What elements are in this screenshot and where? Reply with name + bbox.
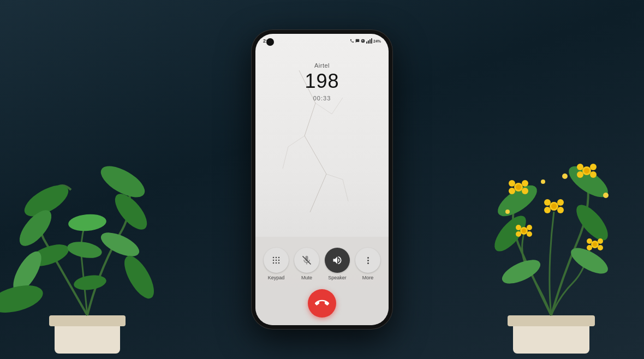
message-status-icon	[355, 39, 360, 43]
keypad-icon	[271, 255, 282, 266]
svg-point-26	[522, 188, 528, 194]
control-buttons: Keypad Mute	[261, 248, 383, 280]
svg-point-50	[527, 231, 532, 237]
svg-point-61	[273, 260, 275, 261]
plant-left	[0, 86, 175, 359]
whatsapp-status-icon: W	[361, 39, 365, 43]
svg-point-64	[273, 262, 275, 264]
svg-rect-1	[49, 315, 126, 326]
speaker-icon	[332, 255, 343, 266]
call-duration: 00:33	[313, 95, 331, 101]
svg-point-37	[544, 207, 551, 213]
svg-point-23	[509, 180, 515, 187]
svg-point-49	[516, 231, 521, 237]
end-call-button[interactable]	[308, 289, 336, 318]
controls-area: Keypad Mute	[255, 237, 389, 325]
mute-icon-circle	[294, 248, 319, 273]
svg-point-12	[66, 240, 103, 261]
punch-hole-camera	[266, 38, 274, 46]
status-icons: W 24%	[350, 38, 381, 44]
svg-point-45	[593, 242, 597, 247]
mute-label: Mute	[301, 275, 312, 280]
svg-point-41	[587, 238, 592, 244]
phone-number: 198	[305, 70, 339, 93]
svg-point-54	[603, 193, 609, 198]
keypad-icon-circle	[264, 248, 289, 273]
svg-point-47	[516, 225, 521, 230]
svg-point-25	[509, 188, 515, 194]
svg-point-31	[577, 171, 583, 178]
call-content: Airtel 198 00:33	[255, 46, 389, 237]
svg-point-48	[527, 225, 532, 230]
svg-point-38	[557, 207, 564, 213]
svg-point-35	[544, 199, 551, 206]
call-status-icon	[350, 39, 354, 43]
more-label: More	[362, 275, 374, 280]
svg-point-13	[73, 273, 107, 292]
battery-level: 24%	[373, 39, 381, 43]
svg-point-66	[278, 262, 280, 264]
phone-wrapper: 2:32 W	[251, 29, 393, 330]
mute-icon	[301, 255, 312, 266]
svg-rect-15	[508, 315, 595, 326]
svg-point-39	[551, 204, 557, 209]
mute-button[interactable]: Mute	[294, 248, 319, 280]
svg-point-60	[278, 257, 280, 259]
signal-bars	[366, 38, 372, 44]
svg-point-20	[571, 200, 613, 245]
phone-device: 2:32 W	[251, 29, 393, 330]
svg-point-27	[516, 184, 521, 190]
end-call-icon	[315, 296, 329, 310]
svg-point-24	[522, 180, 528, 187]
svg-point-58	[273, 257, 275, 259]
svg-point-55	[505, 210, 510, 214]
end-call-row	[261, 289, 383, 320]
svg-point-59	[276, 257, 277, 259]
svg-point-51	[522, 229, 526, 233]
svg-point-44	[598, 245, 603, 250]
svg-point-52	[562, 173, 568, 179]
more-icon	[367, 257, 369, 264]
status-bar: 2:32 W	[255, 34, 389, 46]
keypad-button[interactable]: Keypad	[264, 248, 289, 280]
svg-point-36	[557, 199, 564, 206]
keypad-label: Keypad	[268, 275, 285, 280]
svg-point-6	[0, 280, 46, 318]
speaker-button[interactable]: Speaker	[325, 248, 350, 280]
svg-point-33	[584, 168, 589, 173]
svg-point-10	[118, 252, 159, 303]
svg-point-53	[541, 180, 545, 184]
svg-point-62	[276, 260, 277, 261]
more-icon-circle	[355, 248, 380, 273]
carrier-name: Airtel	[314, 62, 330, 69]
speaker-label: Speaker	[328, 275, 347, 280]
svg-point-30	[590, 164, 597, 170]
svg-point-11	[68, 213, 107, 232]
svg-point-42	[598, 238, 603, 244]
svg-point-32	[590, 171, 597, 178]
svg-point-63	[278, 260, 280, 261]
more-button[interactable]: More	[355, 248, 380, 280]
speaker-icon-circle	[325, 248, 350, 273]
plant-right	[458, 86, 644, 359]
svg-point-65	[276, 262, 277, 264]
svg-point-43	[587, 245, 592, 250]
svg-point-29	[577, 164, 583, 170]
phone-screen: 2:32 W	[255, 34, 389, 325]
